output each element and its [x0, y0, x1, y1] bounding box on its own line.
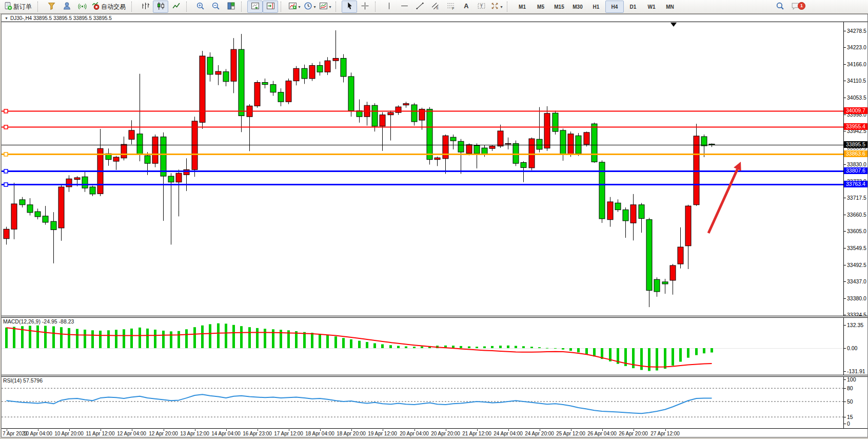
axis-tick: 34278.5: [844, 28, 866, 34]
search-button[interactable]: [772, 1, 787, 13]
bar-chart-button[interactable]: [137, 1, 153, 13]
autotrade-button-label: 自动交易: [101, 3, 126, 11]
trendline-button[interactable]: [412, 1, 427, 13]
horizontal-line-33863.6[interactable]: [2, 152, 843, 156]
channel-button[interactable]: E: [427, 1, 443, 13]
tf-mn-button[interactable]: MN: [661, 1, 679, 13]
zoom-in-button[interactable]: [192, 1, 208, 13]
axis-tick: 33380.0: [844, 295, 866, 301]
arrow-annotation[interactable]: [708, 162, 741, 233]
macd-plot[interactable]: MACD(12,26,9) -24.95 -88.23: [2, 318, 844, 375]
axis-tick: 80: [844, 385, 853, 391]
label-icon: T: [477, 2, 486, 12]
tf-h4-button[interactable]: H4: [605, 1, 624, 13]
horizontal-line-33955.4[interactable]: [2, 125, 843, 129]
tf-m15-button[interactable]: M15: [550, 1, 568, 13]
axis-tick: 33549.5: [844, 245, 866, 251]
axis-tick: 34223.0: [844, 44, 866, 50]
horizontal-line-button[interactable]: [397, 1, 412, 13]
tf-d1-button[interactable]: D1: [624, 1, 642, 13]
tf-w1-button[interactable]: W1: [642, 1, 661, 13]
horizontal-line-33807.6[interactable]: [2, 169, 843, 173]
macd-axis: 132.350.00-131.91: [844, 318, 867, 375]
time-label: 26 Apr 04:00: [587, 431, 617, 436]
price-line-label: 34009.7: [844, 107, 867, 114]
toolbar-separator: [131, 2, 135, 12]
axis-tick: 33830.0: [844, 161, 866, 167]
macd-pane[interactable]: MACD(12,26,9) -24.95 -88.23 132.350.00-1…: [2, 317, 867, 375]
collapse-triangle-icon[interactable]: ▼: [5, 16, 8, 20]
new-order-icon: [4, 2, 12, 12]
svg-text:T: T: [480, 3, 482, 8]
rsi-plot[interactable]: RSI(14) 57.5796: [2, 377, 844, 428]
main-chart-pane[interactable]: 34278.534223.034166.034110.534053.533998…: [2, 22, 867, 316]
candlestick-plot[interactable]: [2, 22, 844, 316]
chart-title: DJ30-,H4 33895.5 33895.5 33895.5 33895.5: [10, 15, 112, 21]
axis-tick: 0: [844, 421, 850, 427]
signals-button[interactable]: [74, 1, 90, 13]
chevron-down-icon[interactable]: ▾: [313, 5, 315, 9]
vline-icon: [385, 2, 393, 12]
chart-shift-button[interactable]: [263, 1, 278, 13]
new-order-button[interactable]: 新订单: [2, 1, 35, 13]
vertical-line-button[interactable]: [381, 1, 397, 13]
svg-text:F: F: [452, 7, 454, 10]
tf-m30-button[interactable]: M30: [568, 1, 587, 13]
fibonacci-button[interactable]: F: [443, 1, 458, 13]
svg-text:E: E: [436, 6, 438, 10]
horizontal-line-33763.4[interactable]: [2, 183, 843, 186]
chart-title-bar: ▼ DJ30-,H4 33895.5 33895.5 33895.5 33895…: [2, 14, 867, 22]
axis-tick: 132.35: [844, 322, 863, 328]
templates-button[interactable]: ▾: [318, 1, 333, 13]
tf-m30-button-label: M30: [573, 4, 582, 10]
time-label: 20 Apr 20:00: [431, 431, 460, 436]
tf-m1-button-label: M1: [519, 4, 526, 10]
search-icon: [776, 2, 784, 12]
profiles-button[interactable]: [44, 1, 59, 13]
text-button[interactable]: A: [458, 1, 474, 13]
tf-m1-button[interactable]: M1: [513, 1, 531, 13]
label-button[interactable]: T: [474, 1, 489, 13]
periods-button[interactable]: ▾: [302, 1, 318, 13]
person-icon: [63, 2, 71, 12]
cursor-button[interactable]: [342, 1, 357, 13]
auto-scroll-button[interactable]: [247, 1, 263, 13]
line-chart-button[interactable]: [168, 1, 184, 13]
crosshair-button[interactable]: [357, 1, 372, 13]
tf-m5-button[interactable]: M5: [531, 1, 550, 13]
time-label: 13 Apr 12:00: [180, 431, 209, 436]
axis-tick: 33660.5: [844, 212, 866, 218]
community-button[interactable]: [59, 1, 74, 13]
tf-h1-button-label: H1: [593, 4, 600, 10]
price-line-label: 33863.6: [844, 150, 867, 157]
arrows-button[interactable]: ▾: [489, 1, 504, 13]
time-label: 11 Apr 12:00: [86, 431, 115, 436]
zoom-out-button[interactable]: [208, 1, 223, 13]
axis-tick: 34053.5: [844, 94, 866, 101]
tile-windows-button[interactable]: [223, 1, 239, 13]
tf-h1-button[interactable]: H1: [587, 1, 605, 13]
chart-shift-marker[interactable]: [670, 23, 677, 27]
axis-tick: 33437.0: [844, 278, 866, 284]
notifications-button[interactable]: 1: [787, 1, 803, 13]
crosshair-icon: [361, 2, 369, 12]
time-label: 18 Apr 04:00: [305, 431, 334, 436]
axis-tick: 33717.5: [844, 195, 866, 201]
toolbar-separator: [507, 2, 511, 12]
trendline-icon: [416, 2, 424, 12]
indicators-icon: [288, 2, 297, 12]
time-label: 10 Apr 04:00: [23, 431, 52, 436]
candlestick-button[interactable]: [153, 1, 168, 13]
price-axis: 34278.534223.034166.034110.534053.533998…: [844, 22, 867, 316]
time-label: 14 Apr 04:00: [211, 431, 241, 436]
chevron-down-icon[interactable]: ▾: [298, 5, 300, 9]
tf-h4-button-label: H4: [611, 4, 618, 10]
rsi-pane[interactable]: RSI(14) 57.5796 1008050150: [2, 376, 867, 429]
chevron-down-icon[interactable]: ▾: [500, 5, 502, 9]
indicators-button[interactable]: ▾: [287, 1, 302, 13]
notification-badge: 1: [798, 2, 805, 10]
autotrade-button[interactable]: 自动交易: [90, 1, 129, 13]
chevron-down-icon[interactable]: ▾: [329, 5, 331, 9]
price-line-label: 33895.5: [844, 141, 867, 148]
auto-scroll-icon: [251, 2, 260, 12]
